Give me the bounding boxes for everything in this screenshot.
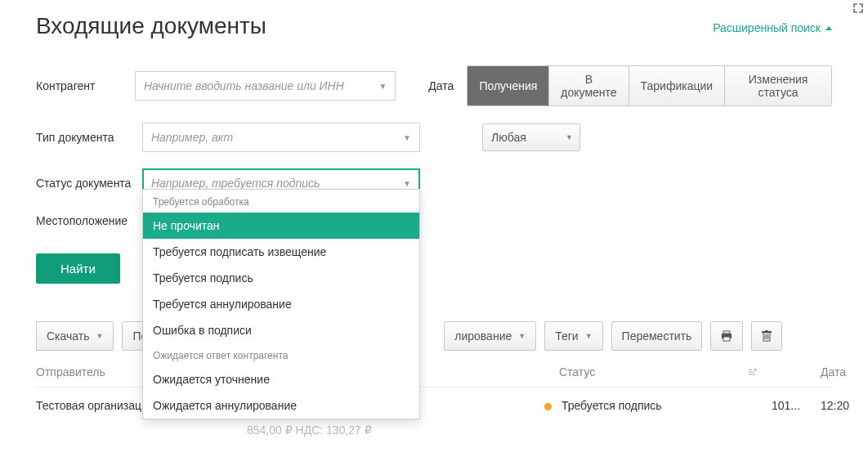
annul-button-partial[interactable]: лирование ▼ [444,321,536,351]
date-tab-status-change[interactable]: Изменения статуса [724,66,831,105]
counterparty-label: Контрагент [36,79,135,92]
dropdown-item[interactable]: Требуется подписать извещение [143,239,419,265]
doctype-label: Тип документа [36,131,142,144]
dropdown-item[interactable]: Ожидается уточнение [143,366,419,392]
trash-icon [762,330,772,342]
dropdown-item[interactable]: Ошибка в подписи [143,317,419,343]
expand-icon[interactable] [853,3,863,13]
print-button[interactable] [710,321,743,351]
date-tab-in-document[interactable]: В документе [548,66,628,105]
dropdown-item[interactable]: Требуется аннулирование [143,291,419,317]
chevron-down-icon: ▼ [378,82,387,91]
cell-status: Требуется подпись [559,399,747,412]
download-button[interactable]: Скачать ▼ [36,321,114,351]
date-tab-received[interactable]: Получения [468,66,548,105]
docstatus-label: Статус документа [36,177,142,190]
column-sort-icon[interactable] [747,367,772,377]
move-button[interactable]: Переместить [611,321,703,351]
date-label: Дата [428,79,454,92]
counterparty-input[interactable] [144,79,370,92]
cell-date: 12:20 [821,399,868,412]
cell-number: 101... [772,399,821,412]
status-dot-icon [544,403,552,410]
delete-button[interactable] [751,321,782,351]
svg-rect-5 [765,330,768,331]
page-title: Входящие документы [36,13,266,39]
doctype-input[interactable] [151,131,395,144]
dropdown-group-header: Ожидается ответ контрагента [143,343,419,366]
column-date[interactable]: Дата [821,365,868,379]
chevron-down-icon: ▼ [518,332,526,340]
chevron-down-icon: ▼ [566,133,573,141]
docstatus-dropdown: Требуется обработкаНе прочитанТребуется … [142,189,420,419]
dropdown-group-header: Требуется обработка [143,190,419,213]
column-status[interactable]: Статус [559,365,747,379]
chevron-down-icon: ▼ [96,332,104,340]
location-label: Местоположение [36,214,142,227]
chevron-up-icon [825,26,832,30]
svg-rect-4 [762,331,772,333]
chevron-down-icon: ▼ [585,332,593,340]
date-tab-tariff[interactable]: Тарификации [629,66,725,105]
advanced-search-label: Расширенный поиск [713,21,821,34]
cell-amount: 854,00 ₽ НДС: 130,27 ₽ [247,423,832,437]
doctype-select[interactable]: ▼ [142,123,420,152]
dropdown-item[interactable]: Ожидается аннулирование [143,392,419,419]
search-button[interactable]: Найти [36,253,120,284]
docstatus-input[interactable] [151,177,395,190]
svg-rect-2 [723,337,730,341]
dropdown-item[interactable]: Не прочитан [143,213,419,239]
dropdown-item[interactable]: Требуется подпись [143,265,419,291]
print-icon [721,330,732,342]
tags-button[interactable]: Теги ▼ [544,321,602,351]
date-type-segmented: Получения В документе Тарификации Измене… [467,65,832,106]
counterparty-select[interactable]: ▼ [135,71,396,101]
date-range-label: Любая [491,131,526,144]
chevron-down-icon: ▼ [403,179,411,188]
chevron-down-icon: ▼ [403,133,411,142]
svg-rect-0 [723,331,730,334]
advanced-search-toggle[interactable]: Расширенный поиск [713,13,832,43]
date-range-select[interactable]: Любая ▼ [482,123,580,151]
